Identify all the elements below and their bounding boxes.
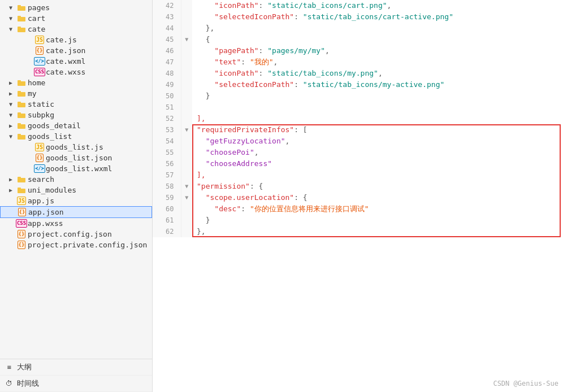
sidebar-item-goods-list[interactable]: ▼ goods_list [0,131,152,142]
line-code: ], [192,169,563,181]
fold-arrow [181,56,192,68]
code-row: 62}, [153,226,563,237]
fold-arrow [181,23,192,34]
goods-list-js-label: goods_list.js [46,143,103,151]
arrow-goods-list: ▼ [9,133,17,140]
line-code: } [192,215,563,226]
fold-arrow [181,102,192,113]
goods-list-json-label: goods_list.json [46,154,112,162]
line-number: 46 [153,45,181,56]
sidebar-item-app-js[interactable]: JS app.js [0,195,152,206]
code-row: 60 "desc": "你的位置信息将用来进行接口调试" [153,203,563,215]
wxss-icon-cate: CSS [35,68,44,76]
folder-icon-goods-detail [17,122,26,130]
sidebar-item-cate-wxss[interactable]: CSS cate.wxss [0,67,152,77]
svg-rect-19 [18,177,21,178]
sidebar-item-goods-list-wxml[interactable]: ≺/≻ goods_list.wxml [0,163,152,174]
sidebar-item-search[interactable]: ▶ search [0,174,152,185]
svg-rect-9 [18,91,21,93]
code-row: 56 "chooseAddress" [153,158,563,169]
svg-rect-0 [18,6,25,11]
line-code: "permission": { [192,181,563,192]
line-number: 51 [153,102,181,113]
code-row: 44 }, [153,23,563,34]
editor-content[interactable]: 42 "iconPath": "static/tab_icons/cart.pn… [153,0,563,392]
folder-icon-subpkg [17,111,26,119]
sidebar-item-app-wxss[interactable]: CSS app.wxss [0,218,152,229]
sidebar-item-pages[interactable]: ▼ pages [0,2,152,13]
sidebar-item-goods-detail[interactable]: ▶ goods_detail [0,120,152,131]
code-row: 55 "choosePoi", [153,147,563,158]
sidebar-item-my[interactable]: ▶ my [0,88,152,99]
sidebar-item-uni-modules[interactable]: ▶ uni_modules [0,185,152,195]
arrow-pages: ▼ [9,5,17,11]
folder-icon-cart [17,15,26,23]
line-code: "desc": "你的位置信息将用来进行接口调试" [192,203,563,215]
svg-rect-16 [18,135,25,140]
line-number: 54 [153,136,181,147]
sidebar-bottom: ≡ 大纲 ⏱ 时间线 [0,359,152,392]
arrow-search: ▶ [9,176,17,182]
app-json-label: app.json [28,208,64,216]
sidebar-item-project-private[interactable]: {} project.private.config.json [0,239,152,250]
timeline-icon: ⏱ [5,379,14,388]
fold-arrow[interactable]: ▼ [181,124,192,136]
svg-rect-7 [18,80,21,82]
code-row: 45▼ { [153,34,563,45]
project-private-label: project.private.config.json [28,241,147,249]
sidebar-item-cate-js[interactable]: JS cate.js [0,34,152,45]
sidebar-item-cart[interactable]: ▼ cart [0,13,152,24]
line-code: "selectedIconPath": "static/tab_icons/my… [192,79,563,90]
fold-arrow [181,203,192,215]
fold-arrow [181,147,192,158]
json-icon-cate: {} [35,47,44,55]
sidebar: ▼ pages ▼ cart ▼ cate [0,0,153,392]
fold-arrow [181,68,192,79]
fold-arrow[interactable]: ▼ [181,192,192,203]
fold-arrow[interactable]: ▼ [181,181,192,192]
folder-icon-cate [17,25,26,33]
svg-rect-15 [18,123,21,125]
cart-label: cart [28,14,45,23]
folder-icon-uni-modules [17,186,26,194]
sidebar-item-static[interactable]: ▼ static [0,99,152,110]
goods-list-wxml-label: goods_list.wxml [46,164,112,173]
cate-wxss-label: cate.wxss [46,68,85,76]
line-number: 47 [153,56,181,68]
sidebar-item-app-json[interactable]: {} app.json [0,206,152,218]
svg-rect-6 [18,81,25,86]
code-row: 46 "pagePath": "pages/my/my", [153,45,563,56]
arrow-uni-modules: ▶ [9,187,17,193]
sidebar-item-cate-wxml[interactable]: ≺/≻ cate.wxml [0,56,152,67]
folder-icon-my [17,90,26,98]
code-row: 58▼"permission": { [153,181,563,192]
line-code: } [192,90,563,102]
arrow-static: ▼ [9,101,17,107]
fold-arrow [181,169,192,181]
sidebar-item-project-config[interactable]: {} project.config.json [0,229,152,239]
code-row: 49 "selectedIconPath": "static/tab_icons… [153,79,563,90]
outline-item[interactable]: ≡ 大纲 [0,359,152,376]
fold-arrow[interactable]: ▼ [181,34,192,45]
json-icon-project-private: {} [17,241,26,249]
sidebar-item-subpkg[interactable]: ▼ subpkg [0,110,152,120]
arrow-cart: ▼ [9,15,17,21]
sidebar-item-goods-list-js[interactable]: JS goods_list.js [0,142,152,153]
line-code: "chooseAddress" [192,158,563,169]
my-label: my [28,89,37,98]
home-label: home [28,79,45,87]
line-code: ], [192,113,563,124]
fold-arrow [181,0,192,11]
wxss-icon-app: CSS [17,220,26,228]
line-number: 59 [153,192,181,203]
sidebar-item-cate-json[interactable]: {} cate.json [0,45,152,56]
code-row: 42 "iconPath": "static/tab_icons/cart.pn… [153,0,563,11]
timeline-item[interactable]: ⏱ 时间线 [0,376,152,392]
sidebar-item-goods-list-json[interactable]: {} goods_list.json [0,153,152,163]
line-number: 49 [153,79,181,90]
code-row: 48 "iconPath": "static/tab_icons/my.png"… [153,68,563,79]
svg-rect-11 [18,102,21,103]
js-icon-goods-list: JS [35,143,44,151]
sidebar-item-cate[interactable]: ▼ cate [0,24,152,34]
sidebar-item-home[interactable]: ▶ home [0,77,152,88]
